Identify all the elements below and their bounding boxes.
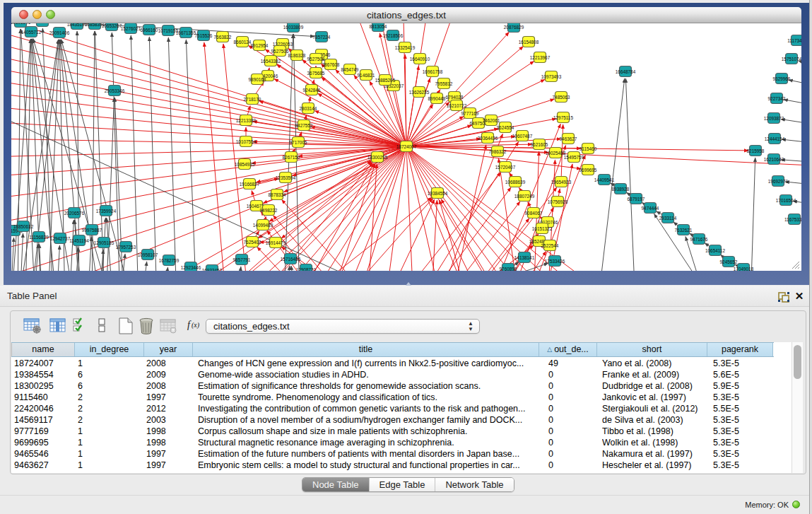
table-options-icon[interactable] <box>23 317 42 337</box>
graph-node[interactable]: 8267150 <box>283 152 300 163</box>
graph-edge[interactable] <box>751 158 755 271</box>
graph-node[interactable]: 16933452 <box>202 265 223 271</box>
graph-edge[interactable] <box>163 267 168 271</box>
vertical-scrollbar[interactable] <box>792 342 803 473</box>
graph-node[interactable]: 18807249 <box>514 191 535 201</box>
graph-node[interactable]: 10025488 <box>546 148 566 158</box>
graph-node[interactable]: 16640910 <box>410 54 430 64</box>
graph-node[interactable]: 8912954 <box>251 40 269 51</box>
graph-node[interactable]: 7515526 <box>195 30 213 41</box>
graph-node[interactable]: 9699695 <box>579 165 597 175</box>
graph-edge[interactable] <box>625 78 635 271</box>
column-header-title[interactable]: title <box>193 343 539 356</box>
graph-node[interactable]: 9329966 <box>773 74 791 84</box>
graph-node[interactable]: 14055712 <box>21 27 42 37</box>
graph-edge[interactable] <box>267 230 322 271</box>
graph-edge[interactable] <box>57 245 59 271</box>
graph-edge[interactable] <box>11 139 406 146</box>
graph-edge[interactable] <box>69 220 73 271</box>
graph-edge[interactable] <box>186 40 196 271</box>
graph-node[interactable]: 11173451 <box>787 35 801 46</box>
graph-node[interactable]: 9146821 <box>358 70 375 81</box>
graph-node[interactable]: 12923446 <box>181 262 201 271</box>
graph-node[interactable]: 15751074 <box>782 54 801 64</box>
column-header-out-de-[interactable]: △out_de... <box>539 343 597 356</box>
column-header-name[interactable]: name <box>11 343 75 356</box>
graph-edge[interactable] <box>11 238 14 271</box>
graph-edge[interactable] <box>141 262 147 271</box>
graph-node[interactable]: 10607487 <box>512 131 533 141</box>
graph-node[interactable]: 8813054 <box>370 23 387 32</box>
close-panel-icon[interactable]: ✕ <box>794 290 805 303</box>
graph-node[interactable]: 16961758 <box>423 66 443 77</box>
graph-node[interactable]: 8990448 <box>428 93 446 104</box>
table-row[interactable]: 1456911722003Disruption of a novel membe… <box>11 414 774 426</box>
tab-edge-table[interactable]: Edge Table <box>370 478 436 491</box>
graph-node[interactable]: 19218506 <box>383 30 404 41</box>
graph-edge[interactable] <box>799 61 801 67</box>
column-header-short[interactable]: short <box>597 343 707 356</box>
graph-edge[interactable] <box>385 199 435 271</box>
graph-edge[interactable] <box>784 100 801 106</box>
graph-edge[interactable] <box>237 267 241 271</box>
graph-node[interactable]: 99975887 <box>82 225 102 235</box>
scrollbar-thumb[interactable] <box>794 345 801 379</box>
graph-node[interactable]: 10958107 <box>138 250 158 260</box>
graph-edge[interactable] <box>406 23 431 146</box>
graph-node[interactable]: 15716485 <box>281 254 301 264</box>
tab-node-table[interactable]: Node Table <box>302 478 370 491</box>
graph-node[interactable]: 2867608 <box>322 59 340 70</box>
graph-node[interactable]: 16648784 <box>616 66 636 77</box>
graph-node[interactable]: 2803144 <box>300 103 317 114</box>
graph-node[interactable]: 9498222 <box>260 205 278 216</box>
graph-node[interactable]: 12093873 <box>764 113 784 124</box>
citation-graph[interactable]: 1980634114055712184319402009140618435190… <box>11 23 801 271</box>
graph-node[interactable]: 17049018 <box>734 264 754 271</box>
graph-node[interactable]: 6879197 <box>628 194 645 204</box>
graph-node[interactable]: 7485063 <box>553 92 570 103</box>
table-row[interactable]: 2242004622012Investigating the contribut… <box>11 403 774 414</box>
graph-node[interactable]: 19692971 <box>768 176 789 187</box>
graph-node[interactable]: 2522544 <box>541 240 559 251</box>
graph-node[interactable]: 10756928 <box>548 197 568 207</box>
graph-node[interactable]: 12213967 <box>530 52 551 63</box>
graph-node[interactable]: 7663822 <box>214 32 232 42</box>
graph-node[interactable]: 7857224 <box>313 32 331 42</box>
graph-edge[interactable] <box>781 160 801 163</box>
graph-node[interactable]: 9463627 <box>560 134 577 144</box>
graph-node[interactable]: 9115460 <box>579 144 597 154</box>
graph-node[interactable]: 10688639 <box>505 177 526 187</box>
float-panel-icon[interactable] <box>778 291 790 303</box>
function-builder-icon[interactable]: f(x) <box>186 317 204 334</box>
graph-node[interactable]: 12905185 <box>94 238 114 248</box>
table-source-select[interactable]: citations_edges.txt ▲▼ <box>206 319 480 334</box>
graph-node[interactable]: 7955812 <box>435 78 453 89</box>
graph-node[interactable]: 12942737 <box>50 233 71 244</box>
graph-node[interactable]: 14409541 <box>594 175 615 185</box>
graph-edge[interactable] <box>168 37 177 271</box>
graph-edge[interactable] <box>20 233 23 271</box>
table-row[interactable]: 1872400712008Changes of HCN gene express… <box>11 358 774 369</box>
graph-edge[interactable] <box>274 79 406 146</box>
graph-node[interactable]: 10654112 <box>705 245 725 256</box>
graph-node[interactable]: 20091406 <box>49 28 70 38</box>
graph-edge[interactable] <box>305 197 432 271</box>
graph-edge[interactable] <box>11 23 406 146</box>
new-table-icon[interactable] <box>118 317 134 337</box>
graph-node[interactable]: 20876829 <box>504 23 524 33</box>
graph-node[interactable]: 16033809 <box>283 23 304 33</box>
graph-node[interactable]: 10653267 <box>102 23 122 31</box>
graph-node[interactable]: 15276021 <box>121 23 141 34</box>
graph-node[interactable]: 15720407 <box>495 162 516 173</box>
column-header-in-degree[interactable]: in_degree <box>75 343 144 356</box>
column-header-pagerank[interactable]: pagerank <box>707 343 773 356</box>
graph-edge[interactable] <box>11 146 406 253</box>
select-rows-icon[interactable] <box>73 317 87 336</box>
graph-node[interactable]: 9245652 <box>720 257 738 267</box>
graph-edge[interactable] <box>120 254 125 271</box>
graph-edge[interactable] <box>170 161 372 271</box>
graph-node[interactable]: 20206576 <box>64 208 85 218</box>
table-row[interactable]: 1938455462009Genome-wide association stu… <box>11 369 774 380</box>
graph-edge[interactable] <box>11 41 406 146</box>
column-header-year[interactable]: year <box>144 343 193 356</box>
